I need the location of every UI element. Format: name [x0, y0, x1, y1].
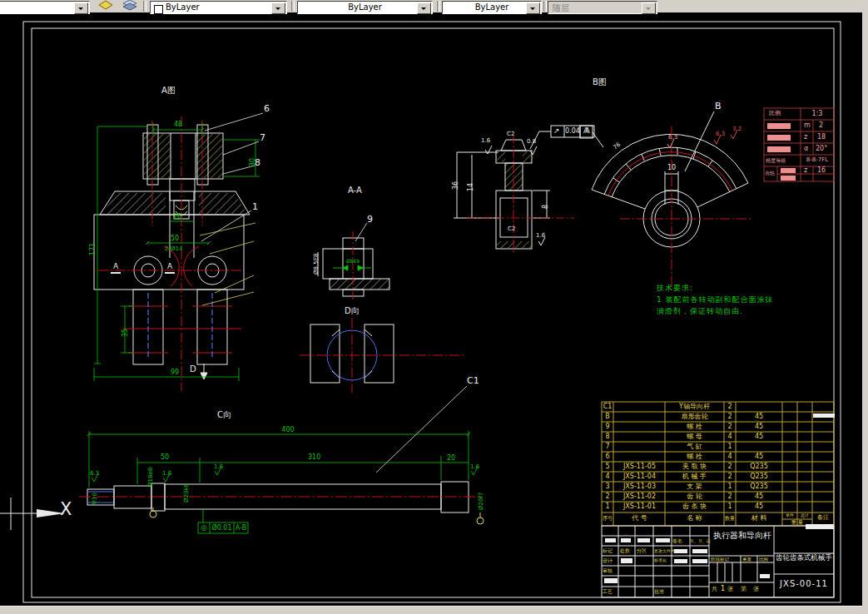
bom-no: 1 — [602, 503, 613, 511]
roughness-16-bottom: 1.6 — [536, 233, 545, 240]
tb-count-label: 处数 — [620, 548, 630, 554]
dim-48: 48 — [171, 121, 186, 129]
balloon-1: 1 — [252, 202, 258, 212]
plotstyle-control-value: 随层 — [553, 2, 569, 14]
redaction-block — [806, 524, 834, 529]
bom-mat: 45 — [736, 503, 782, 511]
roughness-16-rod-a: 1.6 — [162, 471, 171, 478]
roughness-16-rod-c: 1.6 — [470, 464, 479, 471]
color-swatch — [154, 5, 163, 14]
bom-header-note: 备注 — [812, 515, 834, 522]
toolbar-separator — [143, 1, 146, 12]
tb-design-label: 设计 — [603, 558, 613, 564]
tb-approve-label: 批准 — [654, 589, 664, 595]
bom-name: 螺 母 — [665, 433, 724, 441]
dim-m10: M10 — [92, 493, 99, 505]
redaction-block — [621, 538, 631, 542]
color-control-value: ByLayer — [166, 2, 200, 12]
bom-no: C1 — [602, 404, 613, 411]
param-mate-value: 16 — [817, 167, 826, 175]
chevron-down-icon[interactable] — [74, 2, 88, 14]
redacted-label — [767, 135, 791, 141]
dim-dia20f7: Ø20f7 — [479, 493, 485, 510]
bom-mat: Q235 — [736, 463, 782, 471]
view-d-label: D向 — [345, 306, 360, 315]
tb-sheets-total-label: 共 — [712, 587, 717, 593]
bom-mat: 45 — [736, 433, 782, 441]
window-right-edge — [862, 12, 868, 607]
bom-qty: 2 — [724, 473, 736, 481]
tolerance-value-004: 0.04 — [565, 128, 580, 136]
bom-qty: 1 — [724, 443, 736, 451]
tolerance-datum-ab: A-B — [234, 525, 248, 532]
redaction-block — [621, 558, 632, 563]
bom-header-mat: 材 料 — [736, 515, 782, 522]
tb-page-unit-label: 张 — [753, 587, 759, 593]
dim-20: 20 — [447, 455, 455, 463]
tb-weight-label: 重量 — [742, 557, 751, 562]
linetype-control-value: ByLayer — [348, 2, 382, 12]
redaction-block — [656, 538, 670, 542]
tb-zone-label: 分区 — [637, 548, 647, 554]
chevron-down-icon[interactable] — [417, 2, 431, 14]
bom-no: B — [602, 413, 613, 421]
lineweight-control-value: ByLayer — [475, 2, 509, 12]
toolbar-separator — [437, 1, 440, 12]
lineweight-control-combo[interactable]: ByLayer — [442, 1, 542, 14]
layer-previous-icon[interactable] — [122, 0, 138, 12]
bom-no: 6 — [602, 453, 613, 461]
param-accuracy-value: 8-8-7FL — [801, 157, 834, 164]
roughness-63-rod: 6.3 — [90, 471, 99, 478]
param-accuracy-label: 精度等级 — [766, 158, 786, 164]
chevron-down-icon[interactable] — [526, 2, 540, 14]
redaction-block — [674, 559, 687, 563]
balloon-c1: C1 — [467, 376, 479, 386]
tb-sheet-number: 1 — [721, 586, 725, 593]
bom-name: 齿 轮 — [665, 493, 724, 501]
redaction-block — [605, 538, 616, 542]
dim-dia18: Ø18e8 — [148, 468, 155, 487]
bom-name: 夹 取 块 — [665, 463, 724, 471]
param-teeth-value: 18 — [817, 134, 826, 141]
view-c-label: C向 — [217, 410, 231, 419]
bom-qty: 4 — [724, 453, 736, 461]
make-layer-current-icon[interactable] — [97, 0, 114, 12]
bom-header-qty: 数量 — [723, 516, 737, 522]
bom-code: JXS-11-05 — [614, 463, 665, 471]
linetype-control-combo[interactable]: ByLayer — [297, 1, 433, 14]
tb-sheets-unit-label: 张 — [727, 587, 733, 593]
param-module-value: 2 — [819, 122, 823, 130]
dim-c50: 50 — [161, 454, 169, 462]
bom-qty: 2 — [724, 493, 736, 501]
color-control-combo[interactable]: ByLayer — [150, 1, 287, 14]
bom-mat: 45 — [736, 413, 782, 421]
dim-400: 400 — [279, 427, 297, 434]
bom-qty: 4 — [724, 433, 736, 441]
properties-toolbar: ByLayer ByLayer ByLayer 随层 — [0, 0, 868, 12]
dim-36: 36 — [453, 181, 460, 190]
bom-mat: 45 — [736, 453, 782, 461]
window-bottom-edge — [0, 606, 868, 614]
dim-171: 171 — [90, 243, 97, 255]
tb-process-label: 工艺 — [603, 589, 613, 595]
tech-req-line2: 润滑剂，保证转动自由. — [657, 308, 743, 316]
tb-stage-label: 阶段标记 — [711, 557, 729, 562]
bom-name: 螺 栓 — [665, 423, 724, 431]
drawing-number: JXS-00-11 — [774, 579, 834, 588]
redaction-block — [637, 538, 650, 542]
redacted-label — [767, 146, 791, 152]
toolbar-separator — [291, 1, 295, 12]
roughness-32-red: 3.2 — [732, 126, 742, 133]
bom-no: 4 — [602, 473, 613, 481]
roughness-63-keyway: 6.3 — [668, 135, 677, 141]
bom-name: 支 架 — [665, 483, 724, 491]
tech-req-line1: 1 装配前各转动副和配合面涂抹 — [657, 296, 774, 305]
balloon-b: B — [715, 102, 722, 111]
bom-mat: 45 — [736, 423, 782, 431]
view-a-label: A图 — [161, 86, 176, 95]
layer-combo[interactable] — [0, 1, 90, 14]
chevron-down-icon[interactable] — [271, 2, 285, 14]
redaction-block — [674, 549, 687, 553]
section-aa-label: A-A — [348, 186, 362, 195]
tb-scale-label: 比例 — [759, 557, 768, 562]
